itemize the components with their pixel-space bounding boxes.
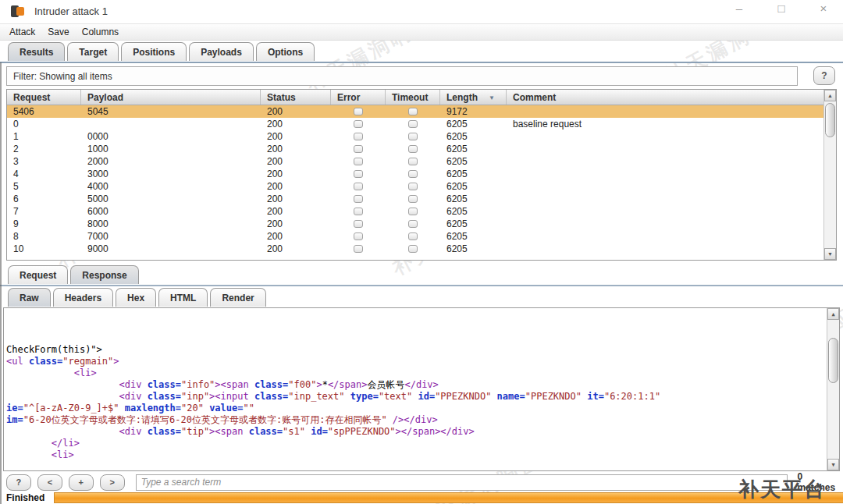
- scroll-up-icon[interactable]: ▲: [827, 308, 839, 320]
- timeout-checkbox[interactable]: [408, 208, 418, 215]
- table-cell: 1: [7, 130, 81, 143]
- tab-raw[interactable]: Raw: [8, 288, 51, 307]
- scroll-down-icon[interactable]: ▼: [827, 459, 839, 470]
- minimize-icon[interactable]: –: [729, 2, 749, 15]
- help-button[interactable]: ?: [813, 66, 835, 85]
- timeout-checkbox[interactable]: [408, 245, 418, 253]
- error-checkbox[interactable]: [354, 220, 363, 228]
- tab-results[interactable]: Results: [8, 42, 65, 61]
- status-bar: Finished: [0, 492, 843, 504]
- response-raw-view[interactable]: ▲ ▼ CheckForm(this)"><ul class="regmain"…: [3, 307, 840, 471]
- error-checkbox[interactable]: [354, 158, 363, 165]
- table-row[interactable]: 100002006205: [7, 130, 825, 143]
- timeout-cell: [386, 205, 440, 218]
- table-row[interactable]: 650002006205: [7, 193, 825, 205]
- code-line: <div class="inp"><input class="inp_text"…: [6, 391, 825, 403]
- error-checkbox[interactable]: [354, 183, 363, 190]
- tab-render[interactable]: Render: [210, 288, 265, 307]
- table-row[interactable]: 320002006205: [7, 155, 825, 168]
- column-header-error[interactable]: Error: [331, 90, 386, 105]
- scrollbar-thumb[interactable]: [825, 103, 835, 137]
- error-cell: [331, 180, 386, 193]
- timeout-checkbox[interactable]: [408, 195, 418, 203]
- table-row[interactable]: 980002006205: [7, 218, 825, 230]
- tab-request[interactable]: Request: [8, 265, 68, 284]
- error-cell: [331, 168, 386, 180]
- column-header-timeout[interactable]: Timeout: [386, 90, 440, 105]
- response-scrollbar[interactable]: ▲ ▼: [827, 308, 839, 470]
- table-row[interactable]: 540650452009172: [7, 105, 825, 118]
- results-table: RequestPayloadStatusErrorTimeoutLength▼C…: [6, 89, 837, 261]
- column-header-comment[interactable]: Comment: [507, 90, 825, 105]
- search-add-button[interactable]: +: [69, 474, 94, 491]
- maximize-icon[interactable]: □: [771, 2, 791, 15]
- timeout-checkbox[interactable]: [408, 183, 418, 190]
- search-input[interactable]: [136, 474, 788, 491]
- timeout-checkbox[interactable]: [408, 120, 418, 128]
- table-cell: 0: [7, 118, 81, 130]
- table-row[interactable]: 760002006205: [7, 205, 825, 218]
- table-row[interactable]: 1090002006205: [7, 243, 825, 255]
- close-icon[interactable]: ×: [813, 2, 834, 15]
- timeout-cell: [386, 118, 440, 130]
- error-checkbox[interactable]: [354, 195, 363, 203]
- search-next-button[interactable]: >: [100, 474, 125, 491]
- table-cell: [81, 118, 261, 130]
- table-row[interactable]: 210002006205: [7, 143, 825, 155]
- error-checkbox[interactable]: [354, 170, 363, 178]
- error-cell: [331, 205, 386, 218]
- table-cell: [507, 193, 825, 205]
- table-row[interactable]: 430002006205: [7, 168, 825, 180]
- table-scrollbar[interactable]: ▲ ▼: [823, 90, 836, 260]
- error-checkbox[interactable]: [354, 245, 363, 253]
- error-checkbox[interactable]: [354, 208, 363, 215]
- table-cell: 200: [261, 105, 331, 118]
- timeout-checkbox[interactable]: [408, 145, 418, 153]
- error-checkbox[interactable]: [354, 120, 363, 128]
- tab-html[interactable]: HTML: [158, 288, 208, 307]
- tab-response[interactable]: Response: [70, 265, 138, 284]
- column-header-request[interactable]: Request: [7, 90, 81, 105]
- table-cell: 6205: [440, 130, 507, 143]
- scroll-down-icon[interactable]: ▼: [824, 248, 836, 260]
- tab-headers[interactable]: Headers: [53, 288, 113, 307]
- menu-item-attack[interactable]: Attack: [9, 27, 35, 37]
- table-cell: 200: [261, 168, 331, 180]
- code-line: im="6-20位英文字母或者数字:请填写6-20位英文字母或者数字:账号可用:…: [6, 414, 825, 426]
- table-row[interactable]: 02006205baseline request: [7, 118, 825, 130]
- table-row[interactable]: 540002006205: [7, 180, 825, 193]
- tab-target[interactable]: Target: [67, 42, 119, 61]
- view-tab-bar: RawHeadersHexHTMLRender: [8, 288, 269, 307]
- tab-positions[interactable]: Positions: [121, 42, 187, 61]
- filter-bar[interactable]: Filter: Showing all items: [6, 66, 798, 86]
- timeout-checkbox[interactable]: [408, 232, 418, 240]
- window-title: Intruder attack 1: [34, 5, 108, 17]
- timeout-checkbox[interactable]: [408, 133, 418, 140]
- code-line: [6, 461, 825, 471]
- timeout-checkbox[interactable]: [408, 158, 418, 165]
- scrollbar-thumb[interactable]: [828, 338, 838, 383]
- table-row[interactable]: 870002006205: [7, 230, 825, 243]
- column-header-status[interactable]: Status: [261, 90, 331, 105]
- tab-options[interactable]: Options: [256, 42, 315, 61]
- scroll-up-icon[interactable]: ▲: [824, 90, 836, 101]
- table-cell: 8000: [81, 218, 261, 230]
- table-header-row: RequestPayloadStatusErrorTimeoutLength▼C…: [7, 90, 825, 105]
- column-header-length[interactable]: Length▼: [440, 90, 507, 105]
- timeout-checkbox[interactable]: [408, 108, 418, 115]
- error-checkbox[interactable]: [354, 145, 363, 153]
- tab-payloads[interactable]: Payloads: [189, 42, 254, 61]
- timeout-checkbox[interactable]: [408, 170, 418, 178]
- search-help-button[interactable]: ?: [6, 474, 31, 491]
- error-checkbox[interactable]: [354, 108, 363, 115]
- column-header-payload[interactable]: Payload: [81, 90, 261, 105]
- error-checkbox[interactable]: [354, 133, 363, 140]
- menu-item-save[interactable]: Save: [48, 27, 69, 37]
- table-cell: [507, 143, 825, 155]
- menu-item-columns[interactable]: Columns: [82, 27, 119, 37]
- search-prev-button[interactable]: <: [37, 474, 62, 491]
- error-cell: [331, 143, 386, 155]
- tab-hex[interactable]: Hex: [116, 288, 156, 307]
- timeout-checkbox[interactable]: [408, 220, 418, 228]
- error-checkbox[interactable]: [354, 232, 363, 240]
